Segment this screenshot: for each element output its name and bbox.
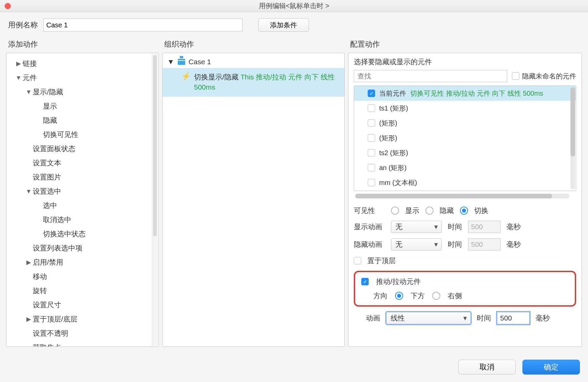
scrollbar[interactable] [570,87,575,189]
tree-item[interactable]: 旋转 [6,284,158,298]
widget-row[interactable]: (矩形) [354,130,576,145]
tree-item[interactable]: 隐藏 [6,113,158,127]
tree-item[interactable]: 设置文本 [6,156,158,170]
tree-item-label: 获取焦点 [33,343,61,347]
checkbox-icon [368,119,375,127]
action-row[interactable]: ⚡ 切换显示/隐藏 This 推动/拉动 元件 向下 线性 500ms [163,68,344,97]
case-name-input[interactable] [43,19,243,31]
tree-item-label: 设置选中 [33,187,61,196]
radio-toggle[interactable] [460,207,468,215]
tree-item-label: 设置图片 [33,172,61,182]
widget-row[interactable]: ✓当前元件 切换可见性 推动/拉动 元件 向下 线性 500ms [354,86,576,101]
tree-item-label: 选中 [43,201,57,210]
cancel-button[interactable]: 取消 [458,360,516,375]
titlebar: 用例编辑<鼠标单击时 > [0,0,588,12]
radio-right[interactable] [432,292,440,300]
chevron-down-icon: ▼ [15,74,23,81]
scrollbar[interactable] [355,194,569,198]
ok-button[interactable]: 确定 [522,360,580,375]
widget-row[interactable]: ts1 (矩形) [354,101,576,116]
checkbox-icon [354,257,361,264]
organize-action-title: 组织动作 [162,35,345,53]
chevron-right-icon: ▶ [15,60,23,67]
checkbox-icon [368,134,375,142]
visibility-label: 可见性 [354,206,385,215]
case-panel: ▼ Case 1 ⚡ 切换显示/隐藏 This 推动/拉动 元件 向下 线性 5… [162,53,345,347]
tree-item[interactable]: 选中 [6,198,158,213]
hide-anim-row: 隐藏动画 无 时间 500 毫秒 [354,238,576,250]
tree-item-label: 旋转 [33,286,47,295]
hide-anim-time-input[interactable]: 500 [468,238,500,250]
tree-item[interactable]: 取消选中 [6,213,158,227]
tree-item[interactable]: ▼元件 [6,71,158,85]
tree-item-label: 取消选中 [43,215,71,224]
flow-icon [178,59,185,65]
anim-time-input[interactable]: 500 [497,312,530,324]
widget-row[interactable]: mm (文本框) [354,175,576,190]
tree-item-label: 设置尺寸 [33,300,61,310]
tree-item[interactable]: ▶链接 [6,56,158,71]
window-title: 用例编辑<鼠标单击时 > [259,1,329,10]
action-tree-panel: ▶链接▼元件▼显示/隐藏显示隐藏切换可见性设置面板状态设置文本设置图片▼设置选中… [6,53,159,347]
widget-row[interactable]: ts2 (矩形) [354,145,576,160]
tree-item[interactable]: 获取焦点 [6,340,158,347]
tree-item[interactable]: ▼设置选中 [6,184,158,198]
radio-hide[interactable] [425,207,434,215]
case-header[interactable]: ▼ Case 1 [163,53,344,68]
dialog-footer: 取消 确定 [458,360,580,375]
chevron-down-icon: ▼ [167,58,174,66]
scrollbar[interactable] [152,54,158,346]
show-anim-time-input[interactable]: 500 [468,221,500,233]
show-anim-row: 显示动画 无 时间 500 毫秒 [354,221,576,233]
push-pull-checkbox[interactable]: ✓ 推动/拉动元件 [361,277,569,286]
widget-row[interactable]: (矩形) [354,116,576,130]
anim-select[interactable]: 线性 [386,312,471,324]
add-condition-button[interactable]: 添加条件 [258,18,309,32]
tree-item[interactable]: 移动 [6,269,158,284]
case-name: Case 1 [189,58,211,66]
widget-row[interactable]: an (矩形) [354,160,576,175]
tree-item[interactable]: 设置尺寸 [6,298,158,312]
checkbox-icon [368,179,375,186]
tree-item-label: 隐藏 [43,116,57,125]
hide-anim-select[interactable]: 无 [391,238,442,250]
close-window-button[interactable] [5,3,11,9]
search-input[interactable] [354,70,507,82]
push-pull-box: ✓ 推动/拉动元件 方向 下方 右侧 [354,271,576,307]
tree-item-label: 切换选中状态 [43,229,85,239]
config-subtitle: 选择要隐藏或显示的元件 [354,57,576,67]
push-direction-row: 方向 下方 右侧 [361,291,569,301]
radio-down[interactable] [395,292,403,300]
tree-item[interactable]: 显示 [6,99,158,113]
show-anim-select[interactable]: 无 [391,221,442,233]
tree-item-label: 元件 [23,73,37,82]
checkbox-icon [368,104,375,112]
tree-item-label: 设置不透明 [33,329,68,338]
tree-item[interactable]: ▶启用/禁用 [6,255,158,269]
tree-item-label: 启用/禁用 [33,258,63,267]
lightning-icon: ⚡ [181,72,191,81]
widget-list: ✓当前元件 切换可见性 推动/拉动 元件 向下 线性 500msts1 (矩形)… [354,86,576,191]
radio-show[interactable] [391,207,399,215]
tree-item[interactable]: ▶置于顶层/底层 [6,312,158,326]
tree-item[interactable]: 设置图片 [6,170,158,184]
tree-item[interactable]: 设置列表选中项 [6,241,158,255]
tree-item-label: 移动 [33,272,47,281]
anim-row: 动画 线性 时间 500 毫秒 [354,312,576,324]
tree-item[interactable]: ▼显示/隐藏 [6,85,158,99]
widget-name: ts1 (矩形) [379,104,408,113]
config-action-title: 配置动作 [348,35,582,53]
checkbox-icon [368,149,375,157]
checkbox-icon [368,164,375,171]
widget-detail: 切换可见性 推动/拉动 元件 向下 线性 500ms [410,89,543,98]
bring-front-row[interactable]: 置于顶层 [354,256,576,265]
tree-item[interactable]: 设置不透明 [6,326,158,340]
tree-item[interactable]: 切换选中状态 [6,227,158,241]
hide-unnamed-checkbox[interactable]: 隐藏未命名的元件 [512,72,576,81]
tree-item-label: 设置面板状态 [33,144,75,153]
widget-name: an (矩形) [379,163,407,172]
checkbox-icon: ✓ [361,278,369,285]
tree-item[interactable]: 设置面板状态 [6,142,158,156]
checkbox-icon: ✓ [368,90,375,97]
tree-item[interactable]: 切换可见性 [6,127,158,142]
